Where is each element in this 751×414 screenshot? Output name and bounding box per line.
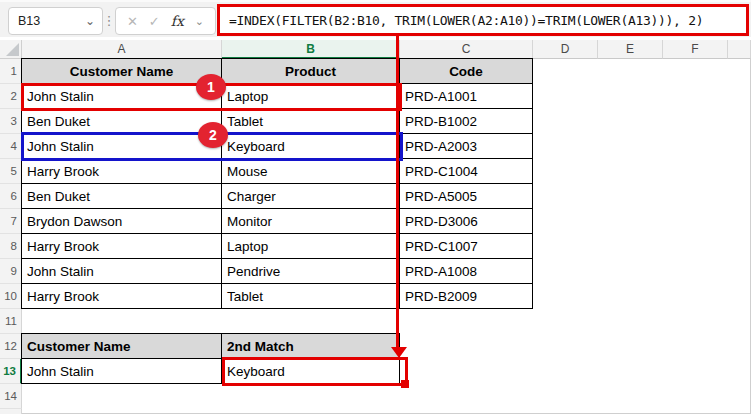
cancel-icon[interactable]: ✕ <box>127 14 138 29</box>
chevron-down-icon[interactable]: ⌄ <box>195 15 204 28</box>
cell-a10[interactable]: Harry Brook <box>22 284 222 309</box>
cell-a5[interactable]: Harry Brook <box>22 159 222 184</box>
chevron-down-icon[interactable]: ⌄ <box>85 14 102 28</box>
data-table: Customer Name Product Code John Stalin L… <box>21 58 533 309</box>
cell-a1[interactable]: Customer Name <box>22 59 222 84</box>
row-header-5[interactable]: 5 <box>0 159 22 184</box>
column-header-partial[interactable] <box>728 40 751 59</box>
cell-b5[interactable]: Mouse <box>222 159 400 184</box>
row-header-4[interactable]: 4 <box>0 134 22 159</box>
row-header-10[interactable]: 10 <box>0 284 22 309</box>
cell-a2[interactable]: John Stalin <box>22 84 222 109</box>
cell-a9[interactable]: John Stalin <box>22 259 222 284</box>
row-header-13[interactable]: 13 <box>0 359 22 384</box>
formula-text: =INDEX(FILTER(B2:B10, TRIM(LOWER(A2:A10)… <box>220 13 703 28</box>
select-all-triangle-icon <box>6 43 19 56</box>
formula-bar-buttons: ✕ ✓ fx ⌄ <box>115 7 216 35</box>
cell-a4[interactable]: John Stalin <box>22 134 222 159</box>
cell-b10[interactable]: Tablet <box>222 284 400 309</box>
name-box[interactable]: B13 ⌄ <box>8 7 103 35</box>
more-options-icon[interactable]: ⋮ <box>103 7 115 33</box>
row-header-fill <box>0 409 22 414</box>
select-all-button[interactable] <box>0 40 22 59</box>
row-header-9[interactable]: 9 <box>0 259 22 284</box>
cell-b9[interactable]: Pendrive <box>222 259 400 284</box>
row-header-12[interactable]: 12 <box>0 334 22 359</box>
cell-a3[interactable]: Ben Duket <box>22 109 222 134</box>
formula-bar-strip: B13 ⌄ ⋮ ✕ ✓ fx ⌄ =INDEX(FILTER(B2:B10, T… <box>0 0 751 39</box>
cell-c4[interactable]: PRD-A2003 <box>400 134 533 159</box>
cell-b4[interactable]: Keyboard <box>222 134 400 159</box>
cell-c6[interactable]: PRD-A5005 <box>400 184 533 209</box>
enter-icon[interactable]: ✓ <box>149 14 160 29</box>
cell-a12[interactable]: Customer Name <box>22 334 222 359</box>
name-box-value: B13 <box>9 14 85 28</box>
cell-b6[interactable]: Charger <box>222 184 400 209</box>
cell-a6[interactable]: Ben Duket <box>22 184 222 209</box>
cell-b2[interactable]: Laptop <box>222 84 400 109</box>
cell-b13[interactable]: Keyboard <box>222 359 400 384</box>
cell-c8[interactable]: PRD-C1007 <box>400 234 533 259</box>
row-header-7[interactable]: 7 <box>0 209 22 234</box>
row-header-8[interactable]: 8 <box>0 234 22 259</box>
column-header-c[interactable]: C <box>400 40 533 59</box>
row-header-6[interactable]: 6 <box>0 184 22 209</box>
formula-input[interactable]: =INDEX(FILTER(B2:B10, TRIM(LOWER(A2:A10)… <box>217 4 749 36</box>
row-header-14[interactable]: 14 <box>0 384 22 409</box>
row-header-3[interactable]: 3 <box>0 109 22 134</box>
column-header-b[interactable]: B <box>222 40 400 59</box>
cell-c7[interactable]: PRD-D3006 <box>400 209 533 234</box>
cell-a7[interactable]: Brydon Dawson <box>22 209 222 234</box>
result-table: Customer Name 2nd Match John Stalin Keyb… <box>21 333 400 384</box>
cell-a13[interactable]: John Stalin <box>22 359 222 384</box>
fill-handle-marker <box>401 380 409 388</box>
cell-c1[interactable]: Code <box>400 59 533 84</box>
cell-c10[interactable]: PRD-B2009 <box>400 284 533 309</box>
column-header-f[interactable]: F <box>663 40 728 59</box>
row-header-1[interactable]: 1 <box>0 59 22 84</box>
cell-a8[interactable]: Harry Brook <box>22 234 222 259</box>
column-header-a[interactable]: A <box>22 40 222 59</box>
cell-b7[interactable]: Monitor <box>222 209 400 234</box>
cell-b3[interactable]: Tablet <box>222 109 400 134</box>
excel-window: B13 ⌄ ⋮ ✕ ✓ fx ⌄ =INDEX(FILTER(B2:B10, T… <box>0 0 751 414</box>
cell-b12[interactable]: 2nd Match <box>222 334 400 359</box>
row-header-11[interactable]: 11 <box>0 309 22 334</box>
row-header-2[interactable]: 2 <box>0 84 22 109</box>
cell-b8[interactable]: Laptop <box>222 234 400 259</box>
cell-c3[interactable]: PRD-B1002 <box>400 109 533 134</box>
cell-b1[interactable]: Product <box>222 59 400 84</box>
cell-c5[interactable]: PRD-C1004 <box>400 159 533 184</box>
insert-function-icon[interactable]: fx <box>171 13 184 29</box>
column-header-d[interactable]: D <box>533 40 598 59</box>
cell-c2[interactable]: PRD-A1001 <box>400 84 533 109</box>
column-header-e[interactable]: E <box>598 40 663 59</box>
cell-c9[interactable]: PRD-A1008 <box>400 259 533 284</box>
